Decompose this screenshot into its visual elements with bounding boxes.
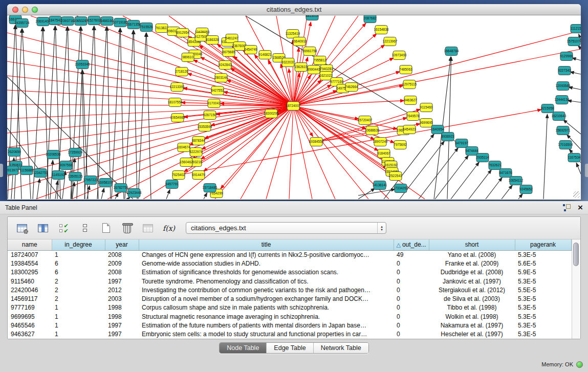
graph-node[interactable]: 16154838 — [374, 26, 389, 34]
graph-node[interactable]: 16961758 — [302, 47, 317, 56]
close-panel-icon[interactable]: × — [578, 204, 583, 211]
graph-node[interactable]: 2718126 — [175, 68, 188, 76]
graph-node[interactable]: 7955812 — [313, 56, 326, 65]
column-header-title[interactable]: title — [139, 239, 394, 250]
graph-node[interactable]: 16640910 — [292, 37, 307, 46]
column-header-pagerank[interactable]: pagerank — [515, 239, 571, 250]
function-builder-icon[interactable]: f(x) — [161, 220, 177, 236]
graph-node[interactable]: 9699695 — [420, 119, 433, 127]
table-row[interactable]: 977716911998Corpus callosum shape and si… — [8, 303, 571, 312]
graph-node[interactable]: 8990443 — [307, 65, 320, 74]
tab-network-table[interactable]: Network Table — [313, 343, 368, 353]
graph-node[interactable]: 1167534 — [568, 154, 581, 162]
tab-node-table[interactable]: Node Table — [220, 343, 266, 353]
graph-node[interactable]: 10973493 — [392, 51, 407, 60]
graph-node[interactable]: 10719185 — [113, 18, 128, 27]
graph-node[interactable]: 9146821 — [258, 51, 272, 59]
graph-node[interactable]: 7462664 — [345, 83, 358, 92]
graph-node[interactable]: 9267150 — [203, 111, 216, 120]
column-checks-icon[interactable]: ✔✔ — [56, 220, 72, 236]
graph-node[interactable]: 11156889 — [19, 166, 34, 175]
graph-node[interactable]: 16782759 — [114, 184, 128, 192]
window-titlebar[interactable]: citations_edges.txt — [7, 4, 581, 15]
graph-node[interactable]: 10654112 — [509, 177, 524, 185]
graph-node[interactable]: 10688639 — [365, 126, 380, 135]
graph-node[interactable]: 15692971 — [556, 126, 571, 135]
graph-node[interactable]: 9457791 — [165, 180, 179, 189]
column-header-short[interactable]: short — [429, 239, 515, 250]
graph-node[interactable]: 12213967 — [383, 37, 398, 46]
graph-node[interactable]: 9170041 — [207, 99, 221, 108]
dropdown-stepper-icon[interactable]: ▴▾ — [377, 223, 386, 233]
graph-node[interactable]: 1145193 — [52, 171, 65, 180]
table-row[interactable]: 1456911722003Disruption of a novel membe… — [8, 294, 571, 303]
graph-node[interactable]: 8222974 — [189, 148, 203, 157]
graph-node[interactable]: 6466160 — [100, 17, 114, 26]
graph-node[interactable]: 17334261 — [394, 184, 408, 193]
graph-node[interactable]: 6454749 — [244, 46, 257, 54]
graph-node[interactable]: 1560462 — [180, 158, 193, 167]
graph-node[interactable]: 1562615 — [294, 63, 308, 72]
graph-node[interactable]: 12923448 — [127, 189, 142, 198]
graph-node[interactable]: 24355724 — [15, 19, 30, 28]
graph-node[interactable]: 11325419 — [286, 30, 300, 38]
graph-node[interactable]: 2393716 — [61, 17, 74, 26]
scrollbar-thumb[interactable] — [573, 243, 579, 266]
graph-node[interactable]: 15751074 — [567, 37, 581, 46]
graph-node[interactable]: 1604674 — [177, 143, 190, 152]
graph-node[interactable]: 9245652 — [519, 185, 533, 194]
graph-node[interactable]: 9115460 — [420, 103, 433, 112]
graph-node[interactable]: 8186328 — [206, 36, 219, 45]
graph-node[interactable]: 10654985 — [170, 114, 185, 122]
graph-node[interactable]: 16648784 — [444, 47, 459, 56]
graph-node[interactable]: 7632621 — [488, 161, 502, 170]
graph-node[interactable]: 9184067 — [377, 149, 390, 158]
graph-node[interactable]: 12093585 — [556, 82, 571, 91]
graph-node[interactable]: 17957223 — [83, 176, 98, 185]
column-header-in_degree[interactable]: in_degree — [52, 239, 105, 250]
rows-icon[interactable] — [77, 220, 93, 236]
graph-node[interactable]: 7625402 — [172, 171, 185, 180]
graph-node[interactable]: 9463627 — [404, 96, 417, 105]
table-disabled-icon[interactable] — [140, 220, 156, 236]
graph-node[interactable]: 8215958 — [541, 104, 554, 113]
graph-node[interactable]: 13505135 — [68, 172, 83, 181]
delete-table-icon[interactable] — [119, 220, 135, 236]
graph-node[interactable]: 9242843 — [219, 61, 232, 70]
show-columns-icon[interactable] — [35, 220, 51, 236]
table-scrollbar[interactable] — [572, 239, 580, 339]
graph-node[interactable]: 8471676 — [499, 169, 512, 178]
graph-node[interactable]: 14136141 — [373, 181, 387, 190]
graph-node[interactable]: 7649578 — [406, 112, 420, 121]
graph-node[interactable]: 7975692 — [394, 141, 407, 149]
graph-node[interactable]: 8427552 — [211, 86, 224, 95]
graph-node[interactable]: 5461247 — [225, 34, 238, 43]
float-panel-icon[interactable] — [563, 204, 571, 211]
graph-node[interactable]: 12444134 — [555, 96, 570, 104]
table-selector-dropdown[interactable]: citations_edges.txt ▴▾ — [186, 222, 386, 234]
graph-node[interactable]: 8938923 — [441, 133, 454, 141]
graph-node[interactable]: 5675685 — [222, 48, 235, 57]
graph-node[interactable]: 19384554 — [309, 138, 324, 146]
graph-node[interactable]: 2087682 — [363, 15, 377, 23]
graph-node[interactable]: 18907249 — [373, 138, 388, 146]
graph-node[interactable]: 7613822 — [155, 24, 168, 33]
graph-node[interactable]: 18300295 — [264, 110, 279, 118]
graph-node[interactable]: 17359924 — [68, 148, 83, 157]
graph-node[interactable]: 8912954 — [176, 29, 189, 37]
graph-node[interactable]: 16210643 — [552, 112, 567, 121]
graph-node[interactable]: 3913971 — [7, 166, 19, 175]
graph-node[interactable]: 15353594 — [198, 123, 212, 132]
graph-node[interactable]: 2803144 — [214, 74, 228, 82]
graph-node[interactable]: 6914479 — [192, 171, 205, 180]
graph-node[interactable]: 9129966 — [560, 52, 573, 61]
table-row[interactable]: 946362711997Embryonic stem cells: a mode… — [8, 330, 571, 339]
column-header-out_de[interactable]: △out_de... — [394, 239, 429, 250]
graph-node[interactable]: 20691406 — [36, 17, 51, 26]
graph-node[interactable]: 1112157 — [571, 25, 581, 33]
graph-node[interactable]: 9097568 — [59, 161, 73, 170]
network-view-window[interactable]: citations_edges.txt 16633042435572420691… — [7, 4, 581, 200]
graph-node[interactable]: 12975115 — [402, 80, 417, 89]
graph-node[interactable]: 8878344 — [192, 137, 205, 145]
graph-node[interactable]: 2935114 — [476, 154, 489, 162]
